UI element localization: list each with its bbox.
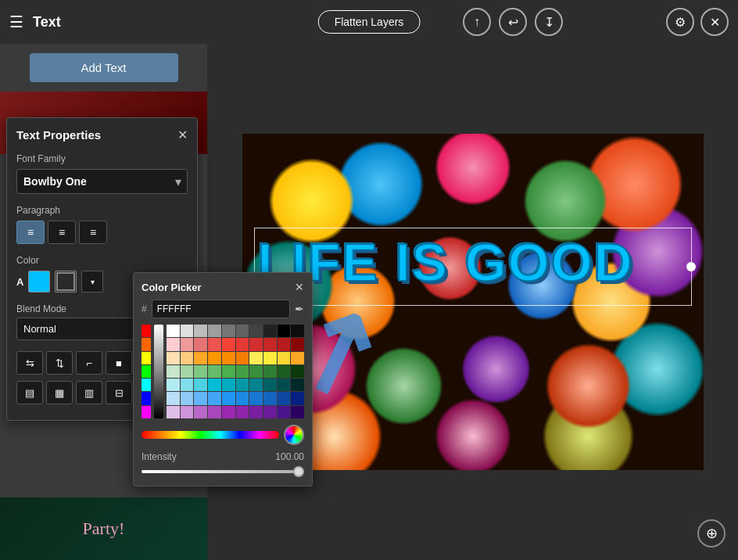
color-square-button[interactable] [55,271,77,293]
color-cell[interactable] [249,406,263,418]
color-cell[interactable] [181,379,194,391]
color-cell[interactable] [181,325,194,337]
brightness-bar[interactable] [154,325,163,418]
color-cell[interactable] [278,365,291,378]
color-cell[interactable] [222,325,235,337]
color-cell[interactable] [208,338,221,350]
align-right-button[interactable]: ≡ [79,221,107,244]
color-cell[interactable] [222,392,235,404]
download-button[interactable]: ↧ [535,8,563,36]
hue-circle-button[interactable] [284,425,304,445]
color-cell[interactable] [236,325,249,337]
strip-magenta[interactable] [142,406,151,418]
layout-2-button[interactable]: ▦ [46,381,73,404]
color-cell[interactable] [194,406,207,418]
color-cell[interactable] [194,338,207,350]
color-cell[interactable] [181,365,194,378]
color-cell[interactable] [291,392,304,404]
color-cell[interactable] [278,392,291,404]
color-cell[interactable] [222,338,235,350]
color-cell[interactable] [194,352,207,364]
color-cell[interactable] [208,406,221,418]
color-cell[interactable] [208,392,221,404]
color-cell[interactable] [263,352,277,364]
color-cell[interactable] [167,325,180,337]
color-extra-button[interactable]: ▾ [81,271,103,293]
align-center-button[interactable]: ≡ [48,221,76,244]
color-cell[interactable] [236,392,249,404]
strip-red[interactable] [142,325,151,337]
add-text-button[interactable]: Add Text [30,53,178,82]
color-cell[interactable] [222,379,235,391]
color-cell[interactable] [167,338,180,350]
color-cell[interactable] [208,325,221,337]
color-swatch[interactable] [28,271,50,293]
strip-green[interactable] [142,365,151,378]
color-cell[interactable] [291,325,304,337]
color-cell[interactable] [208,365,221,378]
color-cell[interactable] [194,379,207,391]
color-cell[interactable] [167,406,180,418]
color-cell[interactable] [167,352,180,364]
zoom-button[interactable]: ⊕ [697,519,725,547]
undo-button[interactable]: ↩ [499,8,527,36]
strip-orange[interactable] [142,338,151,350]
strip-cyan[interactable] [142,379,151,391]
picker-close-button[interactable]: ✕ [295,281,304,293]
color-cell[interactable] [236,365,249,378]
color-cell[interactable] [249,352,263,364]
color-cell[interactable] [291,352,304,364]
intensity-slider-wrapper[interactable] [142,465,304,478]
eyedropper-button[interactable]: ✒ [295,303,304,315]
strip-blue[interactable] [142,392,151,404]
menu-icon[interactable]: ☰ [9,13,23,31]
font-family-select[interactable]: Bowlby One [16,169,188,194]
color-cell[interactable] [291,406,304,418]
color-cell[interactable] [236,352,249,364]
color-cell[interactable] [263,365,277,378]
color-cell[interactable] [278,352,291,364]
close-button[interactable]: ✕ [700,8,729,36]
color-cell[interactable] [167,392,180,404]
crop-button[interactable]: ⌐ [76,351,102,375]
settings-button[interactable]: ⚙ [666,8,694,36]
color-cell[interactable] [249,365,263,378]
layout-4-button[interactable]: ⊟ [106,381,132,404]
color-cell[interactable] [208,379,221,391]
strip-yellow[interactable] [142,352,151,364]
flatten-layers-button[interactable]: Flatten Layers [318,10,421,34]
color-cell[interactable] [167,365,180,378]
color-cell[interactable] [291,365,304,378]
color-cell[interactable] [278,406,291,418]
hex-input[interactable] [152,300,290,318]
color-cell[interactable] [263,379,277,391]
text-props-close-button[interactable]: ✕ [177,127,188,142]
align-left-button[interactable]: ≡ [16,221,45,244]
color-cell[interactable] [263,392,277,404]
color-cell[interactable] [167,379,180,391]
color-cell[interactable] [222,352,235,364]
color-cell[interactable] [278,338,291,350]
color-cell[interactable] [181,392,194,404]
color-cell[interactable] [249,392,263,404]
upload-button[interactable]: ↑ [463,8,491,36]
color-cell[interactable] [222,365,235,378]
color-cell[interactable] [263,338,277,350]
color-cell[interactable] [236,406,249,418]
color-cell[interactable] [263,325,277,337]
color-cell[interactable] [291,338,304,350]
flip-h-button[interactable]: ⇆ [16,351,43,375]
color-cell[interactable] [249,338,263,350]
hue-bar[interactable] [142,431,279,439]
intensity-thumb[interactable] [293,466,304,477]
color-cell[interactable] [263,406,277,418]
canvas-main-text[interactable]: LIFE IS GOOD [258,235,688,289]
color-cell[interactable] [236,379,249,391]
color-cell[interactable] [236,338,249,350]
square-button[interactable]: ■ [106,351,132,375]
layout-1-button[interactable]: ▤ [16,381,43,404]
color-cell[interactable] [278,325,291,337]
color-cell[interactable] [181,338,194,350]
color-cell[interactable] [249,325,263,337]
color-cell[interactable] [208,352,221,364]
